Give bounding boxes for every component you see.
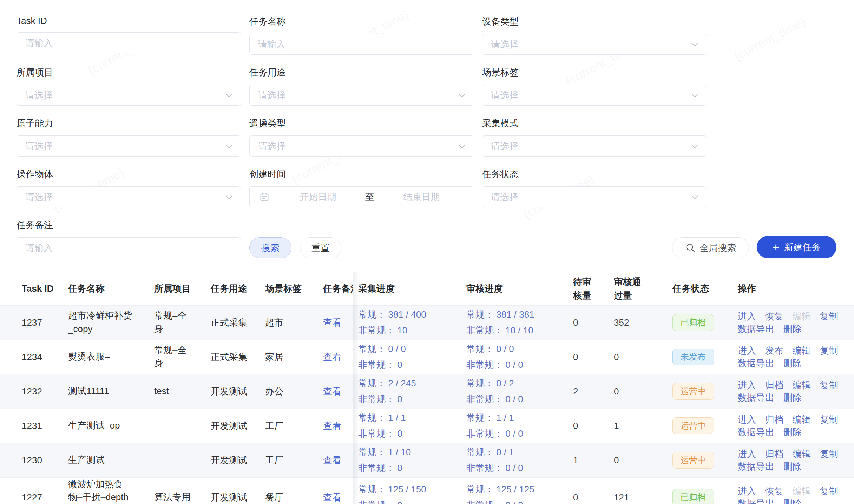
enter-link[interactable]: 进入 — [738, 414, 756, 425]
copy-link[interactable]: 复制 — [820, 311, 838, 321]
pending-count: 0 — [571, 305, 612, 340]
col-task-status: 任务状态 — [671, 272, 736, 305]
edit-link[interactable]: 编辑 — [793, 414, 811, 425]
global-search-button[interactable]: 全局搜索 — [672, 237, 749, 258]
enter-link[interactable]: 进入 — [738, 449, 756, 459]
atomic-ability-label: 原子能力 — [17, 117, 241, 130]
export-link[interactable]: 数据导出 — [738, 427, 774, 437]
filter-device-type: 设备类型 — [482, 15, 707, 55]
scene-cell: 工厂 — [251, 443, 309, 477]
project-cell: test — [140, 374, 197, 409]
restore-link[interactable]: 恢复 — [765, 311, 783, 321]
reset-button[interactable]: 重置 — [300, 237, 341, 258]
note-view-link[interactable]: 查看 — [323, 386, 341, 397]
delete-link[interactable]: 删除 — [783, 358, 802, 369]
task-id-cell: 1231 — [0, 409, 54, 443]
enter-link[interactable]: 进入 — [738, 486, 756, 496]
col-task-note: 任务备注 — [309, 272, 353, 305]
copy-link[interactable]: 复制 — [820, 449, 838, 459]
status-badge: 运营中 — [672, 452, 714, 469]
pending-count: 2 — [571, 374, 612, 409]
delete-link[interactable]: 删除 — [783, 461, 802, 472]
task-note-input[interactable] — [17, 237, 241, 258]
note-view-link[interactable]: 查看 — [323, 352, 341, 362]
edit-link[interactable]: 编辑 — [793, 449, 811, 459]
copy-link[interactable]: 复制 — [820, 345, 838, 356]
device-type-select[interactable] — [482, 34, 707, 55]
teleop-type-select[interactable] — [249, 135, 474, 157]
enter-link[interactable]: 进入 — [738, 345, 756, 356]
edit-link[interactable]: 编辑 — [793, 380, 811, 390]
archive-link[interactable]: 归档 — [765, 449, 783, 459]
delete-link[interactable]: 删除 — [783, 324, 802, 334]
start-date-placeholder[interactable]: 开始日期 — [273, 191, 363, 203]
delete-link[interactable]: 删除 — [783, 427, 802, 437]
task-id-cell: 1227 — [0, 477, 54, 504]
edit-link[interactable]: 编辑 — [793, 345, 811, 356]
collect-progress-cell: 常规： 1 / 1非常规： 0 — [353, 409, 465, 443]
scene-cell: 办公 — [251, 374, 309, 409]
search-button[interactable]: 搜索 — [249, 237, 291, 258]
export-link[interactable]: 数据导出 — [738, 461, 774, 472]
collect-progress-cell: 常规： 0 / 0非常规： 0 — [353, 340, 465, 374]
note-view-link[interactable]: 查看 — [323, 317, 341, 328]
status-badge: 未发布 — [672, 349, 714, 366]
project-label: 所属项目 — [17, 66, 241, 79]
enter-link[interactable]: 进入 — [738, 380, 756, 390]
scene-cell: 餐厅 — [251, 477, 309, 504]
task-purpose-select[interactable] — [249, 85, 474, 106]
archive-link[interactable]: 归档 — [765, 380, 783, 390]
copy-link[interactable]: 复制 — [820, 414, 838, 425]
delete-link[interactable]: 删除 — [783, 392, 802, 403]
filter-teleop-type: 遥操类型 — [249, 117, 474, 157]
filter-create-time: 创建时间 开始日期 至 结束日期 — [249, 168, 474, 207]
pending-count: 0 — [571, 477, 612, 504]
delete-link[interactable]: 删除 — [783, 498, 802, 504]
project-cell — [140, 409, 197, 443]
copy-link[interactable]: 复制 — [820, 486, 838, 496]
end-date-placeholder[interactable]: 结束日期 — [376, 191, 467, 203]
table-row: 1234 熨烫衣服– 常规–全身 正式采集 家居 查看 常规： 0 / 0非常规… — [0, 340, 854, 374]
plus-icon: + — [773, 241, 780, 253]
collection-mode-select[interactable] — [482, 135, 707, 157]
archive-link[interactable]: 归档 — [765, 414, 783, 425]
note-view-link[interactable]: 查看 — [323, 455, 341, 465]
export-link[interactable]: 数据导出 — [738, 392, 774, 403]
review-progress-cell: 常规： 0 / 1非常规： 0 / 0 — [465, 443, 571, 477]
status-badge: 运营中 — [672, 417, 714, 435]
operations-cell: 进入归档编辑复制 数据导出删除 — [736, 374, 854, 409]
task-status-select[interactable] — [482, 186, 707, 207]
collect-progress-cell: 常规： 2 / 245非常规： 0 — [353, 374, 465, 409]
note-view-link[interactable]: 查看 — [323, 420, 341, 431]
filter-form: Task ID 任务名称 设备类型 所属项目 任务用途 场景标签 原子能力 — [17, 15, 707, 219]
passed-count: 1 — [612, 409, 671, 443]
purpose-cell: 开发测试 — [197, 443, 251, 477]
task-id-cell: 1237 — [0, 305, 54, 340]
export-link[interactable]: 数据导出 — [738, 324, 774, 334]
edit-link[interactable]: 编辑 — [793, 311, 811, 321]
export-link[interactable]: 数据导出 — [738, 498, 774, 504]
edit-link[interactable]: 编辑 — [793, 486, 811, 496]
task-management-page: {current_time} {current_time} {current_t… — [0, 0, 854, 504]
enter-link[interactable]: 进入 — [738, 311, 756, 321]
review-progress-cell: 常规： 1 / 1非常规： 0 / 0 — [465, 409, 571, 443]
restore-link[interactable]: 恢复 — [765, 486, 783, 496]
export-link[interactable]: 数据导出 — [738, 358, 774, 369]
copy-link[interactable]: 复制 — [820, 380, 838, 390]
col-review-progress: 审核进度 — [465, 272, 571, 305]
filter-atomic-ability: 原子能力 — [17, 117, 241, 157]
create-time-range[interactable]: 开始日期 至 结束日期 — [249, 186, 474, 207]
status-badge: 已归档 — [672, 489, 714, 504]
task-id-input[interactable] — [17, 32, 241, 53]
pending-count: 0 — [571, 340, 612, 374]
operation-object-select[interactable] — [17, 186, 241, 207]
note-view-link[interactable]: 查看 — [323, 492, 341, 503]
publish-link[interactable]: 发布 — [765, 345, 783, 356]
scene-cell: 家居 — [251, 340, 309, 374]
task-name-input[interactable] — [249, 34, 474, 55]
status-badge: 运营中 — [672, 383, 714, 400]
atomic-ability-select[interactable] — [17, 135, 241, 157]
project-select[interactable] — [17, 85, 241, 106]
scene-tag-select[interactable] — [482, 85, 707, 106]
create-task-button[interactable]: + 新建任务 — [757, 236, 836, 258]
